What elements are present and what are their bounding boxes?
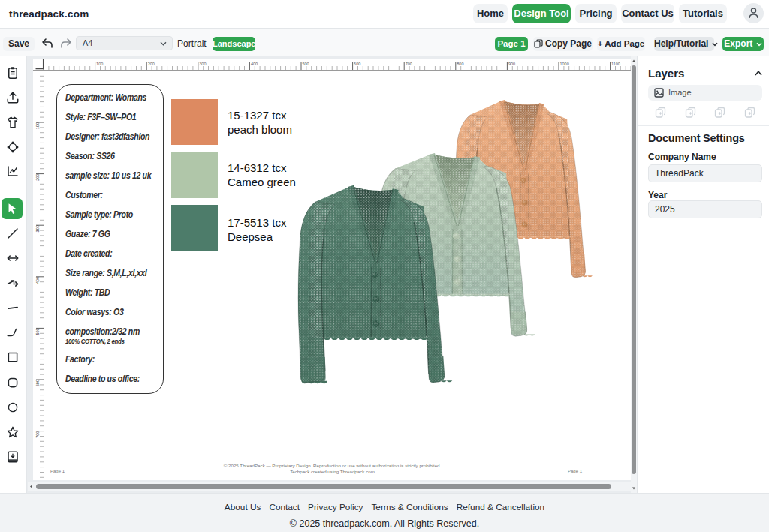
svg-text:400: 400 [35, 277, 40, 284]
svg-text:300: 300 [199, 62, 206, 66]
svg-text:500: 500 [35, 328, 40, 335]
svg-text:600: 600 [35, 380, 40, 386]
svg-text:300: 300 [35, 225, 40, 232]
svg-text:600: 600 [354, 62, 360, 66]
svg-text:800: 800 [457, 62, 463, 66]
svg-text:700: 700 [406, 62, 412, 66]
svg-text:100: 100 [96, 62, 103, 66]
svg-text:200: 200 [35, 174, 40, 181]
svg-text:1100: 1100 [611, 62, 620, 66]
svg-text:700: 700 [35, 431, 40, 438]
svg-text:200: 200 [148, 62, 155, 66]
svg-text:1000: 1000 [560, 62, 569, 66]
svg-text:500: 500 [303, 62, 309, 66]
svg-text:100: 100 [35, 122, 40, 129]
svg-text:900: 900 [508, 62, 515, 66]
svg-text:400: 400 [251, 62, 258, 66]
